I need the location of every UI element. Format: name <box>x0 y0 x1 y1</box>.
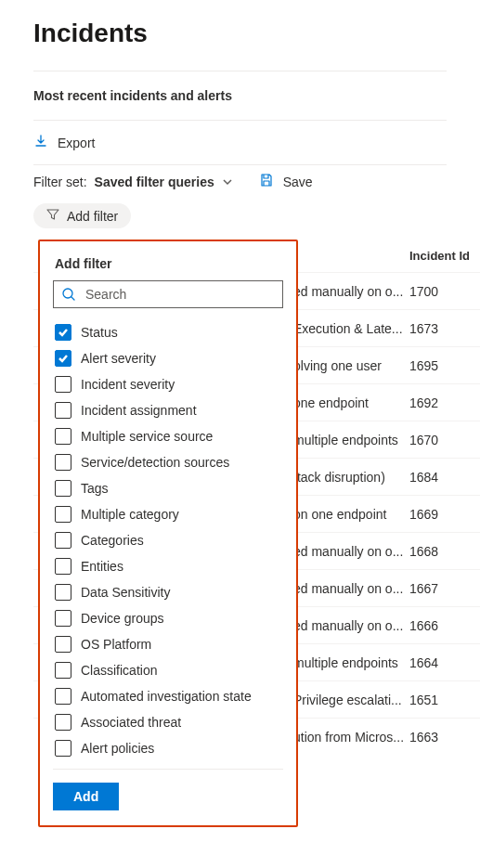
incident-id-cell: 1695 <box>409 358 480 373</box>
filter-icon <box>46 208 59 224</box>
filter-option[interactable]: Alert policies <box>53 735 283 761</box>
page-title: Incidents <box>33 19 447 48</box>
filter-option[interactable]: Data Sensitivity <box>53 579 283 605</box>
incident-id-cell: 1692 <box>409 395 480 410</box>
filter-option[interactable]: Entities <box>53 553 283 579</box>
add-filter-pill[interactable]: Add filter <box>33 203 131 228</box>
chevron-down-icon[interactable] <box>222 176 233 188</box>
filter-option[interactable]: Categories <box>53 527 283 553</box>
filter-option-label: Data Sensitivity <box>81 585 170 600</box>
incident-id-cell: 1673 <box>409 321 480 336</box>
filter-options-list: StatusAlert severityIncident severityInc… <box>53 319 283 770</box>
filter-option-label: Service/detection sources <box>81 455 229 470</box>
filter-option[interactable]: Alert severity <box>53 345 283 371</box>
filter-option-label: Entities <box>81 559 123 574</box>
filter-option-label: Incident severity <box>81 377 175 392</box>
popover-title: Add filter <box>55 256 281 271</box>
download-icon <box>33 134 48 151</box>
search-icon <box>61 287 76 302</box>
filter-option-label: Tags <box>81 481 109 496</box>
checkbox[interactable] <box>55 428 71 445</box>
incident-id-cell: 1651 <box>409 693 480 707</box>
save-button[interactable]: Save <box>283 175 313 189</box>
incident-id-cell: 1684 <box>409 470 480 485</box>
add-filter-popover: Add filter StatusAlert severityIncident … <box>38 240 298 827</box>
filter-option[interactable]: Service/detection sources <box>53 449 283 475</box>
divider <box>33 71 447 71</box>
checkbox[interactable] <box>55 714 71 731</box>
checkbox[interactable] <box>55 506 71 523</box>
filter-option-label: Status <box>81 325 118 340</box>
svg-point-0 <box>63 289 72 298</box>
filter-set-label: Filter set: <box>33 175 87 189</box>
filter-option-label: Multiple service source <box>81 429 213 444</box>
filter-option[interactable]: OS Platform <box>53 631 283 657</box>
filter-option-label: Automated investigation state <box>81 689 252 704</box>
add-filter-label: Add filter <box>67 209 118 224</box>
checkbox[interactable] <box>55 688 71 705</box>
filter-search-box[interactable] <box>53 280 283 308</box>
checkbox[interactable] <box>55 480 71 497</box>
incident-id-cell: 1663 <box>409 730 480 745</box>
filter-option-label: Classification <box>81 663 157 678</box>
checkbox[interactable] <box>55 636 71 653</box>
checkbox[interactable] <box>55 584 71 601</box>
incident-id-cell: 1669 <box>409 507 480 522</box>
filter-option-label: Alert severity <box>81 351 156 366</box>
filter-option[interactable]: Incident assignment <box>53 397 283 423</box>
filter-option-label: Incident assignment <box>81 403 197 418</box>
checkbox[interactable] <box>55 740 71 757</box>
incident-id-cell: 1668 <box>409 544 480 559</box>
save-icon[interactable] <box>259 173 274 190</box>
incident-id-cell: 1670 <box>409 433 480 447</box>
filter-option[interactable]: Multiple service source <box>53 423 283 449</box>
filter-set-dropdown[interactable]: Saved filter queries <box>95 175 214 189</box>
checkbox[interactable] <box>55 558 71 575</box>
filter-option-label: Device groups <box>81 611 164 626</box>
checkbox[interactable] <box>55 610 71 627</box>
filter-option-label: Multiple category <box>81 507 179 522</box>
filter-option[interactable]: Tags <box>53 475 283 501</box>
filter-option-label: OS Platform <box>81 637 151 652</box>
page-subtitle: Most recent incidents and alerts <box>33 88 447 103</box>
filter-option[interactable]: Status <box>53 319 283 345</box>
column-header-incident-id[interactable]: Incident Id <box>409 249 480 263</box>
filter-option-label: Alert policies <box>81 741 154 756</box>
filter-option-label: Associated threat <box>81 715 181 730</box>
incident-id-cell: 1666 <box>409 618 480 633</box>
filter-option[interactable]: Incident severity <box>53 371 283 397</box>
filter-option[interactable]: Associated threat <box>53 709 283 735</box>
checkbox[interactable] <box>55 402 71 419</box>
checkbox[interactable] <box>55 454 71 471</box>
checkbox[interactable] <box>55 662 71 679</box>
filter-option[interactable]: Classification <box>53 657 283 683</box>
checkbox[interactable] <box>55 350 71 367</box>
checkbox[interactable] <box>55 532 71 549</box>
search-input[interactable] <box>84 286 275 303</box>
incident-id-cell: 1664 <box>409 655 480 670</box>
export-button[interactable]: Export <box>33 121 447 164</box>
incident-id-cell: 1700 <box>409 284 480 299</box>
checkbox[interactable] <box>55 324 71 341</box>
incident-id-cell: 1667 <box>409 581 480 596</box>
filter-option-label: Categories <box>81 533 144 548</box>
filter-option[interactable]: Device groups <box>53 605 283 631</box>
filter-option[interactable]: Multiple category <box>53 501 283 527</box>
export-label: Export <box>58 136 95 150</box>
checkbox[interactable] <box>55 376 71 393</box>
filter-option[interactable]: Automated investigation state <box>53 683 283 709</box>
add-button[interactable]: Add <box>53 783 119 810</box>
